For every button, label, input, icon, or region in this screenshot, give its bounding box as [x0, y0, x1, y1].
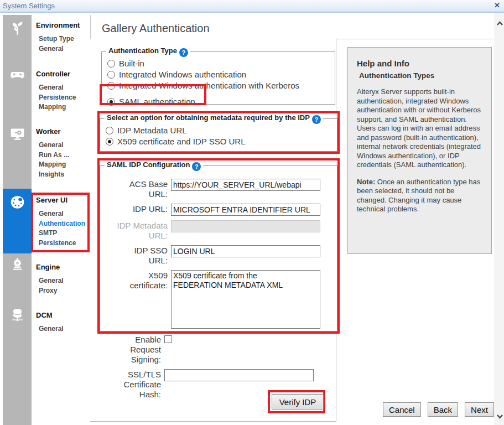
help-icon[interactable]: ?: [312, 115, 321, 124]
help-subtitle: Authentication Types: [359, 71, 482, 80]
radio-button-icon: [107, 60, 115, 68]
sidebar-item-engine-general[interactable]: General: [36, 276, 89, 286]
annotation-box-saml-radio: [100, 84, 206, 105]
idp-url-input[interactable]: [171, 204, 320, 216]
nav-header-environment: Environment: [36, 21, 89, 29]
acs-base-url-row: ACS Base URL:: [105, 179, 332, 199]
nav-header-engine: Engine: [36, 263, 89, 271]
sidebar-item-controller-persistence[interactable]: Persistence: [36, 93, 89, 103]
footer-buttons: Cancel Back Next: [383, 402, 494, 417]
idp-metadata-url-label: IDP Metadata URL:: [105, 220, 171, 241]
acs-base-url-label: ACS Base URL:: [105, 179, 171, 199]
monitor-gear-icon: [10, 126, 25, 141]
scroll-down-icon[interactable]: [496, 412, 503, 419]
idp-url-label: IDP URL:: [105, 204, 171, 216]
sidebar-item-worker-insights[interactable]: Insights: [36, 170, 89, 180]
sidebar-item-setup-type[interactable]: Setup Type: [36, 34, 89, 44]
enable-request-signing-checkbox[interactable]: [164, 335, 172, 343]
nav-header-dcm: DCM: [36, 311, 89, 319]
back-button[interactable]: Back: [428, 402, 458, 417]
help-icon[interactable]: ?: [192, 162, 201, 171]
sidebar-item-engine-proxy[interactable]: Proxy: [36, 286, 89, 296]
seedling-icon: [10, 21, 25, 36]
radio-button-icon: [107, 71, 115, 79]
palette-icon: [10, 195, 25, 210]
idp-sso-url-label: IDP SSO URL:: [105, 245, 171, 266]
help-panel: Help and Info Authentication Types Alter…: [347, 47, 492, 254]
engine-icon: [10, 257, 25, 272]
x509-certificate-row: X509 certificate: X509 certificate from …: [105, 270, 332, 329]
saml-config-legend: SAML IDP Configuration?: [105, 160, 203, 171]
idp-metadata-url-input: [171, 220, 320, 232]
verify-idp-button[interactable]: Verify IDP: [272, 394, 324, 410]
nav-group-engine: Engine General Proxy: [36, 263, 89, 296]
annotation-box-metadata-option: Select an option for obtaining metadata …: [97, 111, 340, 154]
acs-base-url-input[interactable]: [171, 179, 320, 191]
x509-certificate-textarea[interactable]: X509 certificate from the FEDERATION MET…: [171, 270, 320, 329]
enable-request-signing-row: Enable Request Signing:: [98, 334, 336, 365]
radio-integrated-windows[interactable]: Integrated Windows authentication: [106, 69, 330, 80]
idp-sso-url-row: IDP SSO URL:: [105, 245, 332, 266]
help-icon[interactable]: ?: [179, 48, 188, 57]
sidebar-item-worker-mapping[interactable]: Mapping: [36, 160, 89, 170]
system-settings-window: System Settings ✕: [0, 0, 504, 425]
next-button[interactable]: Next: [465, 402, 494, 417]
help-title: Help and Info: [357, 59, 482, 68]
help-body: Alteryx Server supports built-in authent…: [357, 87, 482, 170]
annotation-box-verify-idp: Verify IDP: [268, 390, 325, 413]
gamepad-icon: [10, 68, 25, 82]
nav-group-controller: Controller General Persistence Mapping: [36, 70, 89, 112]
vertical-scrollbar[interactable]: [495, 13, 504, 425]
database-icon: [10, 308, 25, 323]
sidebar-item-controller-mapping[interactable]: Mapping: [36, 102, 89, 112]
nav-header-controller: Controller: [36, 70, 89, 78]
annotation-box-server-ui: [31, 193, 90, 252]
x509-certificate-label: X509 certificate:: [105, 270, 171, 329]
sidebar-item-environment-general[interactable]: General: [36, 44, 89, 54]
nav-header-worker: Worker: [36, 127, 89, 136]
metadata-option-legend: Select an option for obtaining metadata …: [105, 113, 323, 124]
help-note: Note: Once an authentication type has be…: [357, 178, 482, 214]
saml-idp-configuration-group: SAML IDP Configuration? ACS Base URL: ID…: [100, 160, 337, 331]
metadata-option-group: Select an option for obtaining metadata …: [100, 113, 337, 152]
radio-idp-metadata-url[interactable]: IDP Metadata URL: [105, 125, 332, 136]
enable-request-signing-label: Enable Request Signing:: [98, 334, 164, 365]
page-title: Gallery Authentication: [102, 22, 210, 35]
scroll-up-icon[interactable]: [496, 19, 503, 27]
radio-built-in[interactable]: Built-in: [106, 58, 330, 69]
sidebar-item-worker-run-as[interactable]: Run As ...: [36, 151, 89, 160]
annotation-box-saml-config: SAML IDP Configuration? ACS Base URL: ID…: [97, 158, 340, 334]
nav-group-dcm: DCM General: [36, 311, 89, 334]
sidebar-item-controller-general[interactable]: General: [36, 83, 89, 93]
idp-sso-url-input[interactable]: [171, 245, 320, 257]
authentication-type-legend: Authentication Type?: [106, 46, 190, 57]
radio-button-icon: [106, 138, 113, 146]
close-icon[interactable]: ✕: [494, 1, 500, 9]
titlebar: System Settings: [0, 0, 504, 13]
idp-url-row: IDP URL:: [105, 204, 332, 216]
ssl-tls-hash-input[interactable]: [164, 369, 314, 381]
window-title: System Settings: [0, 2, 55, 10]
radio-x509-certificate-sso[interactable]: X509 certificate and IDP SSO URL: [105, 136, 332, 147]
cancel-button[interactable]: Cancel: [383, 402, 421, 417]
radio-button-icon: [106, 127, 113, 134]
nav-group-worker: Worker General Run As ... Mapping Insigh…: [36, 127, 89, 179]
ssl-tls-hash-label: SSL/TLS Certificate Hash:: [98, 369, 164, 400]
sidebar-item-dcm-general[interactable]: General: [36, 324, 89, 334]
idp-metadata-url-row: IDP Metadata URL:: [105, 220, 332, 241]
nav-group-environment: Environment Setup Type General: [36, 21, 89, 54]
sidebar-item-worker-general[interactable]: General: [36, 141, 89, 151]
